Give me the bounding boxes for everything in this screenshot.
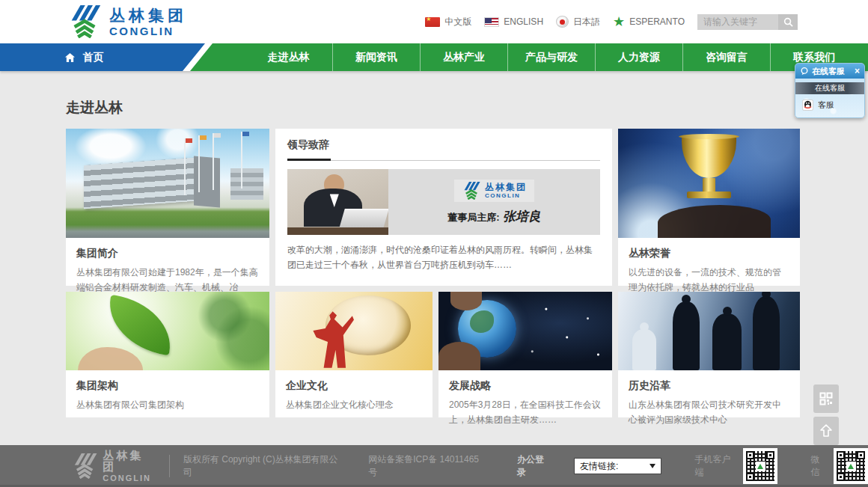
back-to-top-button[interactable] xyxy=(813,417,839,445)
china-flag-icon xyxy=(425,17,440,27)
qr-float-button[interactable] xyxy=(813,385,839,413)
footer: 丛林集团 CONGLIN 版权所有 Copyright (C)丛林集团有限公司 … xyxy=(0,445,868,487)
lang-label: 中文版 xyxy=(444,16,471,28)
card-strategy[interactable]: 发展战略 2005年3月28日，在全国科技工作会议上，丛林集团自主研发…… xyxy=(438,292,612,417)
card-title: 集团架构 xyxy=(76,379,259,393)
conglin-logo-gray-icon xyxy=(71,453,98,479)
close-icon[interactable]: × xyxy=(855,67,860,76)
office-login-link[interactable]: 办公登录 xyxy=(517,453,551,479)
card-leader-speech[interactable]: 领导致辞 丛林集团 CONGLIN 董事局主席:张 xyxy=(275,129,612,286)
card-text: 丛林集团企业文化核心理念 xyxy=(286,398,422,413)
card-title: 丛林荣誉 xyxy=(629,247,789,260)
building-photo xyxy=(66,129,269,238)
nav-item-news[interactable]: 新闻资讯 xyxy=(332,43,420,71)
online-service-section: 在线客服 xyxy=(795,82,864,94)
card-title: 历史沿革 xyxy=(629,379,789,393)
logo-text: 丛林集团 CONGLIN xyxy=(109,7,187,37)
chat-bubble-icon xyxy=(800,67,809,76)
title-underline xyxy=(287,159,600,161)
card-row-2: 集团架构 丛林集团有限公司集团架构 企业文化 丛林集团企业文化核心理念 发展战略… xyxy=(66,292,800,417)
banner-logo-cn: 丛林集团 xyxy=(485,183,527,192)
qq-penguin-icon xyxy=(802,99,813,111)
online-service-header[interactable]: 在线客服 × xyxy=(795,64,864,79)
lang-english[interactable]: ENGLISH xyxy=(484,16,543,27)
search-box xyxy=(697,14,798,30)
nav-home-label: 首页 xyxy=(83,51,104,64)
mobile-app-qr-code xyxy=(743,448,777,484)
copyright-text: 版权所有 Copyright (C)丛林集团有限公司 xyxy=(183,453,340,479)
usa-flag-icon xyxy=(484,17,499,27)
lang-japanese[interactable]: 日本語 xyxy=(556,16,600,28)
card-title: 发展战略 xyxy=(449,379,602,393)
wechat-label: 微信 xyxy=(810,453,828,479)
wechat-group: 微信 xyxy=(810,448,868,484)
card-title: 领导致辞 xyxy=(287,138,600,152)
footer-logo-en: CONGLIN xyxy=(103,474,154,483)
company-logo[interactable]: 丛林集团 CONGLIN xyxy=(66,5,187,38)
lang-label: ESPERANTO xyxy=(629,16,685,27)
logo-text-cn: 丛林集团 xyxy=(109,7,187,23)
footer-logo-cn: 丛林集团 xyxy=(103,450,154,472)
card-group-intro[interactable]: 集团简介 丛林集团有限公司始建于1982年，是一个集高端铝合金材料研发制造、汽车… xyxy=(66,129,269,286)
nav-item-message[interactable]: 咨询留言 xyxy=(682,43,770,71)
mobile-app-label: 手机客户端 xyxy=(694,453,737,479)
japan-flag-icon xyxy=(556,16,569,28)
banner-logo-en: CONGLIN xyxy=(485,193,527,199)
logo-text-en: CONGLIN xyxy=(109,25,187,37)
lang-label: 日本語 xyxy=(573,16,600,28)
lang-label: ENGLISH xyxy=(504,16,543,27)
conglin-logo-icon xyxy=(66,5,103,38)
mobile-app-group: 手机客户端 xyxy=(694,448,777,484)
online-service-widget: 在线客服 × 在线客服 客服 xyxy=(795,63,865,118)
online-service-title: 在线客服 xyxy=(812,66,852,77)
trophy-photo xyxy=(618,129,800,238)
conglin-logo-icon xyxy=(462,182,481,200)
card-text: 2005年3月28日，在全国科技工作会议上，丛林集团自主研发…… xyxy=(449,398,602,428)
icp-text[interactable]: 网站备案鲁ICP备 14011465号 xyxy=(368,453,483,479)
wechat-qr-code xyxy=(834,448,868,484)
qq-service-item[interactable]: 客服 xyxy=(795,94,864,115)
card-history[interactable]: 历史沿革 山东丛林集团有限公司技术研究开发中心被评为国家级技术中心 xyxy=(618,292,800,417)
lang-esperanto[interactable]: ESPERANTO xyxy=(613,15,685,28)
card-text: 以先进的设备，一流的技术、规范的管理为依托牌，铸就丛林的行业品 xyxy=(629,266,789,295)
chess-photo xyxy=(618,292,800,370)
lang-chinese[interactable]: 中文版 xyxy=(425,16,471,28)
banner-logo: 丛林集团 CONGLIN xyxy=(454,180,534,202)
nav-item-about[interactable]: 走进丛林 xyxy=(245,43,332,71)
home-icon xyxy=(64,52,76,63)
chairman-photo xyxy=(287,169,388,235)
card-title: 企业文化 xyxy=(286,379,422,393)
main-nav: 首页 走进丛林 新闻资讯 丛林产业 产品与研发 人力资源 咨询留言 联系我们 xyxy=(0,43,868,71)
card-text: 山东丛林集团有限公司技术研究开发中心被评为国家级技术中心 xyxy=(629,398,789,428)
card-honors[interactable]: 丛林荣誉 以先进的设备，一流的技术、规范的管理为依托牌，铸就丛林的行业品 xyxy=(618,129,800,286)
nav-item-industry[interactable]: 丛林产业 xyxy=(420,43,507,71)
search-button[interactable] xyxy=(778,14,798,30)
card-structure[interactable]: 集团架构 丛林集团有限公司集团架构 xyxy=(66,292,269,417)
card-culture[interactable]: 企业文化 丛林集团企业文化核心理念 xyxy=(275,292,433,417)
footer-logo: 丛林集团 CONGLIN xyxy=(71,450,154,483)
nav-item-products[interactable]: 产品与研发 xyxy=(507,43,595,71)
qr-icon xyxy=(819,392,833,405)
friend-links-select[interactable]: 友情链接: xyxy=(574,458,661,474)
nav-menu: 走进丛林 新闻资讯 丛林产业 产品与研发 人力资源 咨询留言 联系我们 xyxy=(245,43,858,71)
page: 丛林集团 CONGLIN 中文版 ENGLISH 日本語 ESPERANTO xyxy=(0,0,868,487)
esperanto-star-icon xyxy=(613,15,625,28)
card-text: 丛林集团有限公司集团架构 xyxy=(76,398,259,413)
chairman-signature: 张培良 xyxy=(503,209,541,224)
search-icon xyxy=(783,17,793,27)
drummer-photo xyxy=(275,292,433,370)
search-input[interactable] xyxy=(697,14,778,30)
card-text: 改革的大潮，汹涌澎湃，时代的沧桑印证着丛林的风雨历程。转瞬间，丛林集团已走过三十… xyxy=(287,242,600,273)
nav-item-hr[interactable]: 人力资源 xyxy=(595,43,682,71)
language-bar: 中文版 ENGLISH 日本語 ESPERANTO xyxy=(425,0,798,43)
up-arrow-icon xyxy=(819,423,834,438)
dropdown-arrow-icon xyxy=(650,464,655,468)
footer-divider xyxy=(169,455,170,477)
leader-banner: 丛林集团 CONGLIN 董事局主席:张培良 xyxy=(287,169,600,235)
leaf-photo xyxy=(66,292,269,370)
nav-item-home[interactable]: 首页 xyxy=(0,43,205,71)
banner-panel: 丛林集团 CONGLIN 董事局主席:张培良 xyxy=(388,169,600,235)
chairman-role: 董事局主席: xyxy=(447,212,499,223)
earth-photo xyxy=(438,292,612,370)
friend-links-label: 友情链接: xyxy=(580,460,618,473)
